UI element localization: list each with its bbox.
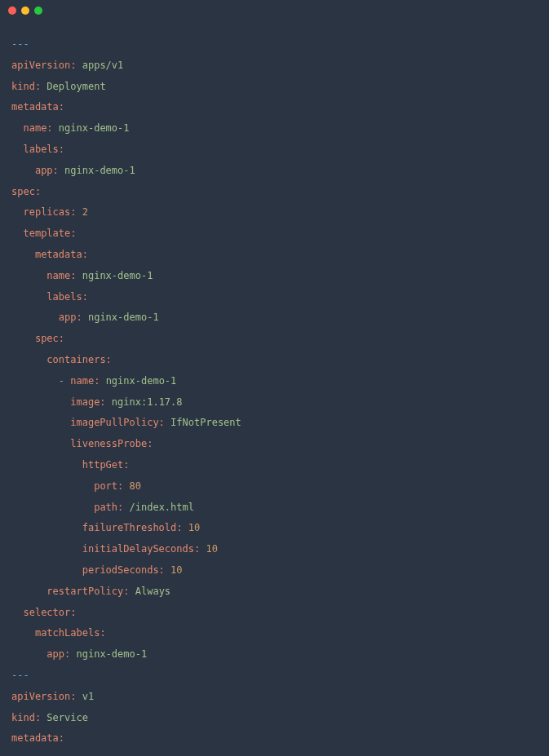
- code-token-plain: [76, 691, 82, 702]
- code-token-plain: [76, 60, 82, 71]
- code-token-string: apps/v1: [82, 60, 124, 71]
- code-token-plain: [165, 564, 170, 576]
- code-token-key: labels:: [46, 291, 88, 303]
- code-line: path: /index.html: [11, 497, 538, 519]
- code-line: imagePullPolicy: IfNotPresent: [11, 413, 538, 434]
- code-line: labels:: [11, 287, 538, 308]
- code-token-key: replicas:: [23, 206, 76, 218]
- code-token-plain: [11, 417, 70, 428]
- code-line: metadata:: [11, 97, 538, 118]
- code-token-key: metadata:: [11, 732, 64, 744]
- code-line: selector:: [11, 603, 538, 624]
- code-token-string: IfNotPresent: [170, 417, 241, 428]
- code-line: app: nginx-demo-1: [11, 307, 538, 329]
- code-token-string: nginx-demo-1: [82, 270, 153, 281]
- code-token-number: 80: [130, 480, 141, 492]
- code-token-plain: [11, 312, 59, 323]
- code-token-key: matchLabels:: [35, 627, 106, 639]
- code-line: replicas: 2: [11, 202, 538, 223]
- code-token-string: nginx-demo-1: [77, 648, 148, 660]
- code-token-key: name:: [23, 122, 52, 134]
- code-line: metadata:: [11, 245, 538, 266]
- code-token-plain: [11, 354, 46, 365]
- close-icon[interactable]: [8, 7, 16, 15]
- code-token-plain: [76, 270, 82, 281]
- code-line: initialDelaySeconds: 10: [11, 539, 538, 560]
- code-token-plain: [11, 291, 46, 303]
- code-line: template:: [11, 223, 538, 245]
- code-token-plain: [11, 564, 82, 576]
- code-token-key: apiVersion:: [11, 691, 76, 702]
- code-token-plain: [11, 249, 35, 260]
- code-token-plain: [130, 586, 135, 597]
- code-token-key: app:: [35, 165, 59, 176]
- code-token-plain: [11, 165, 35, 176]
- code-line: name: nginx-demo-1: [11, 118, 538, 139]
- code-token-key: kind:: [11, 81, 41, 92]
- code-line: labels:: [11, 139, 538, 161]
- code-token-key: metadata:: [11, 101, 64, 113]
- code-token-key: kind:: [11, 712, 41, 723]
- code-line: ---: [11, 665, 538, 687]
- code-line: image: nginx:1.17.8: [11, 392, 538, 413]
- code-token-plain: [11, 586, 46, 597]
- code-token-key: name:: [70, 375, 100, 387]
- code-token-key: apiVersion:: [11, 60, 76, 71]
- code-line: periodSeconds: 10: [11, 560, 538, 581]
- code-token-plain: [100, 375, 105, 387]
- code-token-plain: [11, 333, 35, 344]
- code-line: kind: Deployment: [11, 77, 538, 98]
- code-token-plain: [11, 270, 46, 281]
- code-token-dash: ---: [11, 38, 29, 50]
- code-token-plain: [82, 312, 88, 323]
- code-token-key: livenessProbe:: [70, 438, 153, 449]
- code-token-string: nginx-demo-1: [64, 165, 135, 176]
- code-token-key: image:: [70, 396, 105, 408]
- zoom-icon[interactable]: [34, 7, 42, 15]
- code-token-plain: [11, 206, 23, 218]
- code-token-plain: [106, 396, 112, 408]
- code-token-string: v1: [82, 691, 94, 702]
- code-token-string: nginx:1.17.8: [112, 396, 183, 408]
- code-token-plain: [11, 480, 94, 492]
- code-token-plain: [53, 122, 59, 134]
- code-token-plain: [11, 627, 35, 639]
- code-line: kind: Service: [11, 708, 538, 729]
- code-token-string: /index.html: [130, 502, 194, 513]
- code-token-plain: [183, 522, 188, 533]
- code-token-string: nginx-demo-1: [59, 122, 130, 134]
- minimize-icon[interactable]: [21, 7, 29, 15]
- code-line: spec:: [11, 329, 538, 350]
- code-token-string: Deployment: [46, 81, 105, 92]
- code-line: matchLabels:: [11, 623, 538, 644]
- code-token-plain: [11, 144, 23, 155]
- code-token-plain: [11, 502, 94, 513]
- code-line: app: nginx-demo-1: [11, 644, 538, 665]
- code-line: apiVersion: apps/v1: [11, 55, 538, 77]
- code-token-plain: [76, 206, 82, 218]
- code-token-string: Always: [135, 586, 170, 597]
- code-line: app: nginx-demo-1: [11, 161, 538, 182]
- window-titlebar: [0, 0, 549, 21]
- code-token-dash: ---: [11, 670, 29, 681]
- code-token-plain: [11, 375, 59, 387]
- code-token-plain: [11, 459, 82, 471]
- code-token-plain: [165, 417, 170, 428]
- code-token-string: nginx-demo-1: [88, 312, 159, 323]
- code-line: ---: [11, 34, 538, 55]
- code-token-plain: [11, 228, 23, 239]
- code-token-key: restartPolicy:: [46, 586, 129, 597]
- code-line: livenessProbe:: [11, 434, 538, 455]
- code-token-number: 10: [188, 522, 200, 533]
- code-token-key: spec:: [35, 333, 64, 344]
- code-token-key: periodSeconds:: [82, 564, 165, 576]
- code-line: - name: nginx-demo-1: [11, 371, 538, 392]
- code-line: apiVersion: v1: [11, 687, 538, 708]
- code-token-number: 2: [82, 206, 88, 218]
- code-token-key: httpGet:: [82, 459, 130, 471]
- code-token-plain: [123, 480, 129, 492]
- code-token-plain: [11, 543, 82, 555]
- code-token-key: name:: [46, 270, 76, 281]
- code-token-plain: [123, 502, 129, 513]
- code-token-string: nginx-demo-1: [106, 375, 177, 387]
